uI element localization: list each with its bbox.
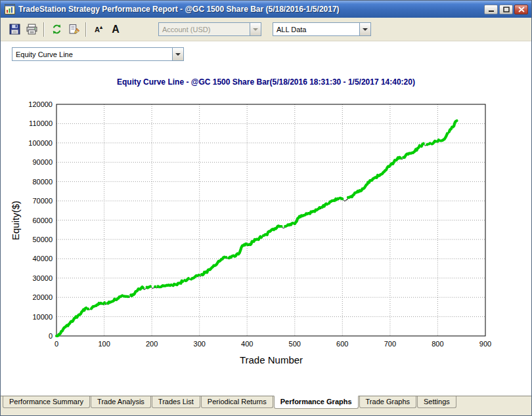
graph-type-dropdown[interactable]: Equity Curve Line <box>12 47 184 61</box>
svg-text:70000: 70000 <box>32 197 53 205</box>
chart-title: Equity Curve Line - @GC 1500 Share Bar(5… <box>1 77 531 87</box>
window-bottom-edge <box>1 409 531 415</box>
data-range-dropdown-value: ALL Data <box>273 23 359 35</box>
graph-type-dropdown-value: Equity Curve Line <box>12 48 172 60</box>
save-icon[interactable] <box>6 21 23 38</box>
edit-report-icon[interactable] <box>65 21 82 38</box>
tab-performance-summary[interactable]: Performance Summary <box>3 396 90 408</box>
data-range-dropdown-arrow-icon[interactable] <box>359 23 370 35</box>
graph-type-dropdown-arrow-icon[interactable] <box>172 48 183 60</box>
print-icon[interactable] <box>23 21 40 38</box>
svg-text:50000: 50000 <box>32 236 53 243</box>
tab-trade-analysis[interactable]: Trade Analysis <box>91 396 151 408</box>
equity-curve-svg: 0100200300400500600700800900010000200003… <box>5 93 526 375</box>
close-icon <box>518 7 525 12</box>
maximize-button[interactable] <box>499 5 513 14</box>
svg-text:300: 300 <box>194 340 206 348</box>
svg-text:20000: 20000 <box>32 293 53 301</box>
svg-text:40000: 40000 <box>32 255 53 262</box>
svg-text:Trade Number: Trade Number <box>240 354 303 365</box>
font-decrease-icon[interactable]: A▴ <box>90 21 107 38</box>
account-dropdown-value: Account (USD) <box>159 23 250 35</box>
svg-text:100000: 100000 <box>28 139 53 147</box>
svg-text:0: 0 <box>49 332 53 340</box>
tab-performance-graphs[interactable]: Performance Graphs <box>274 396 359 409</box>
minimize-button[interactable] <box>484 5 498 14</box>
app-window: TradeStation Strategy Performance Report… <box>0 0 532 416</box>
window-controls <box>484 5 528 14</box>
tab-trade-graphs[interactable]: Trade Graphs <box>359 396 416 408</box>
svg-text:0: 0 <box>55 340 58 348</box>
minimize-icon <box>488 7 495 12</box>
tab-bar: Performance Summary Trade Analysis Trade… <box>1 396 531 409</box>
svg-text:100: 100 <box>98 340 110 348</box>
svg-text:110000: 110000 <box>29 119 53 127</box>
account-dropdown-arrow-icon <box>250 23 261 35</box>
svg-text:90000: 90000 <box>32 158 53 166</box>
app-icon <box>5 4 15 14</box>
toolbar-separator <box>43 22 45 37</box>
data-range-dropdown[interactable]: ALL Data <box>273 22 371 36</box>
tab-settings[interactable]: Settings <box>417 396 456 408</box>
account-dropdown: Account (USD) <box>158 22 261 36</box>
tab-periodical-returns[interactable]: Periodical Returns <box>201 396 273 408</box>
svg-text:400: 400 <box>241 340 253 348</box>
svg-text:10000: 10000 <box>32 313 53 321</box>
maximize-icon <box>503 7 510 12</box>
window-title: TradeStation Strategy Performance Report… <box>18 5 484 14</box>
titlebar[interactable]: TradeStation Strategy Performance Report… <box>1 1 531 18</box>
svg-text:600: 600 <box>336 340 348 348</box>
svg-text:200: 200 <box>146 340 158 348</box>
font-increase-icon[interactable]: A <box>107 21 124 38</box>
svg-text:60000: 60000 <box>32 217 53 224</box>
refresh-report-icon[interactable] <box>48 21 65 38</box>
svg-text:30000: 30000 <box>32 274 53 282</box>
svg-text:900: 900 <box>479 340 491 348</box>
svg-text:700: 700 <box>384 340 396 348</box>
close-button[interactable] <box>514 5 528 14</box>
tab-trades-list[interactable]: Trades List <box>152 396 200 408</box>
svg-text:800: 800 <box>432 340 443 348</box>
report-client-area: Equity Curve Line Equity Curve Line - @G… <box>1 41 531 396</box>
svg-text:500: 500 <box>289 340 301 348</box>
svg-text:120000: 120000 <box>28 100 53 108</box>
toolbar: A▴ A Account (USD) ALL Data <box>1 18 531 41</box>
svg-text:80000: 80000 <box>32 178 53 186</box>
toolbar-separator <box>85 22 87 37</box>
svg-text:Equity($): Equity($) <box>10 201 21 240</box>
